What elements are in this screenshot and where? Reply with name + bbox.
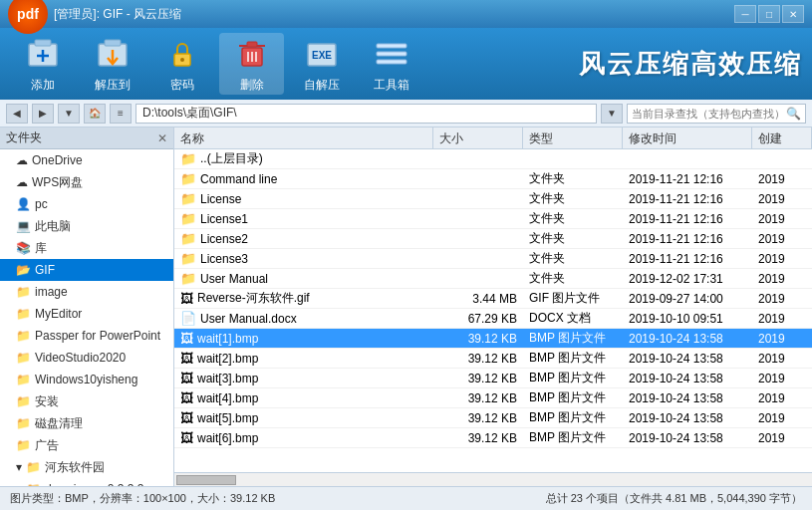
extract-button[interactable]: 解压到 bbox=[80, 33, 144, 95]
file-created-cell: 2019 bbox=[752, 391, 812, 405]
file-name-text: User Manual.docx bbox=[200, 312, 297, 326]
delete-button[interactable]: 删除 bbox=[219, 33, 284, 95]
sidebar-item-wps[interactable]: ☁ WPS网盘 bbox=[0, 171, 173, 193]
table-row[interactable]: 📁 License1 文件夹 2019-11-21 12:16 2019 bbox=[174, 209, 812, 229]
path-bar[interactable]: D:\tools\桌面\GIF\ bbox=[135, 104, 597, 124]
app-title-area: 风云压缩高效压缩 bbox=[579, 47, 802, 82]
sidebar-item-onedrive[interactable]: ☁ OneDrive bbox=[0, 149, 173, 171]
search-input[interactable] bbox=[632, 108, 786, 120]
sidebar-item-install[interactable]: 📁 安装 bbox=[0, 390, 173, 412]
table-row[interactable]: 🖼 wait[3].bmp 39.12 KB BMP 图片文件 2019-10-… bbox=[174, 369, 812, 388]
sidebar-item-win10[interactable]: 📁 Windows10yisheng bbox=[0, 369, 173, 390]
table-row[interactable]: 🖼 wait[2].bmp 39.12 KB BMP 图片文件 2019-10-… bbox=[174, 349, 812, 369]
table-row[interactable]: 📁 User Manual 文件夹 2019-12-02 17:31 2019 bbox=[174, 269, 812, 289]
sidebar-item-hedong[interactable]: ▾ 📁 河东软件园 bbox=[0, 456, 173, 478]
sidebar-item-library[interactable]: 📚 库 bbox=[0, 237, 173, 259]
left-panel-close-button[interactable]: ✕ bbox=[157, 131, 167, 145]
sidebar-item-passper[interactable]: 📁 Passper for PowerPoint bbox=[0, 325, 173, 347]
status-left: 图片类型：BMP，分辨率：100×100，大小：39.12 KB bbox=[10, 491, 275, 506]
table-row[interactable]: 📁 License2 文件夹 2019-11-21 12:16 2019 bbox=[174, 229, 812, 249]
file-name-cell: 📁 ..(上层目录) bbox=[174, 150, 433, 167]
dropdown-button[interactable]: ▼ bbox=[58, 104, 80, 124]
file-created-cell: 2019 bbox=[752, 372, 812, 385]
title-bar-text: [管理员]: GIF - 风云压缩 bbox=[54, 6, 181, 23]
table-row[interactable]: 📁 License 文件夹 2019-11-21 12:16 2019 bbox=[174, 189, 812, 209]
table-row[interactable]: 🖼 Reverse-河东软件.gif 3.44 MB GIF 图片文件 2019… bbox=[174, 289, 812, 309]
file-name-cell: 📁 License2 bbox=[174, 231, 433, 246]
sidebar-item-image[interactable]: 📁 image bbox=[0, 281, 173, 303]
selfextract-button[interactable]: EXE 自解压 bbox=[289, 33, 354, 95]
col-header-size[interactable]: 大小 bbox=[433, 128, 523, 149]
sidebar-item-danwizze[interactable]: 📁 danwizze_v0.3.3.3 bbox=[0, 478, 173, 486]
table-row[interactable]: 🖼 wait[6].bmp 39.12 KB BMP 图片文件 2019-10-… bbox=[174, 428, 812, 448]
sidebar-item-ad[interactable]: 📁 广告 bbox=[0, 434, 173, 456]
table-row[interactable]: 📄 User Manual.docx 67.29 KB DOCX 文档 2019… bbox=[174, 309, 812, 329]
col-modified-label: 修改时间 bbox=[629, 130, 677, 147]
sidebar-item-videostudio[interactable]: 📁 VideoStudio2020 bbox=[0, 347, 173, 369]
horizontal-scrollbar[interactable] bbox=[174, 472, 812, 486]
minimize-button[interactable]: ─ bbox=[734, 5, 756, 23]
bmp-icon: 🖼 bbox=[180, 430, 193, 445]
search-icon[interactable]: 🔍 bbox=[786, 107, 801, 121]
folder-icon: 📁 bbox=[180, 271, 196, 286]
table-row[interactable]: 🖼 wait[5].bmp 39.12 KB BMP 图片文件 2019-10-… bbox=[174, 408, 812, 428]
file-modified-cell: 2019-09-27 14:00 bbox=[623, 292, 752, 306]
tools-icon bbox=[373, 35, 410, 73]
file-modified-cell: 2019-11-21 12:16 bbox=[623, 212, 752, 226]
back-button[interactable]: ◀ bbox=[6, 104, 28, 124]
table-row[interactable]: 📁 ..(上层目录) bbox=[174, 149, 812, 169]
col-header-type[interactable]: 类型 bbox=[523, 128, 623, 149]
up-button[interactable]: 🏠 bbox=[84, 104, 106, 124]
file-name-cell: 📁 License bbox=[174, 191, 433, 206]
left-panel-items: ☁ OneDrive ☁ WPS网盘 👤 pc 💻 此电脑 📚 库 bbox=[0, 149, 173, 486]
add-button[interactable]: 添加 bbox=[10, 33, 75, 95]
left-panel: 文件夹 ✕ ☁ OneDrive ☁ WPS网盘 👤 pc 💻 此电脑 bbox=[0, 128, 174, 486]
svg-rect-1 bbox=[35, 40, 51, 46]
file-name-text: License3 bbox=[200, 252, 248, 266]
file-type-cell: BMP 图片文件 bbox=[523, 389, 623, 406]
add-icon bbox=[24, 35, 62, 73]
sidebar-item-gif[interactable]: 📂 GIF bbox=[0, 259, 173, 281]
close-button[interactable]: ✕ bbox=[782, 5, 804, 23]
table-row[interactable]: 📁 Command line 文件夹 2019-11-21 12:16 2019 bbox=[174, 169, 812, 189]
svg-point-8 bbox=[180, 58, 184, 62]
file-size-cell: 39.12 KB bbox=[433, 431, 523, 445]
h-scrollbar-thumb[interactable] bbox=[176, 475, 236, 485]
file-size-cell: 3.44 MB bbox=[433, 292, 523, 306]
app-title: 风云压缩高效压缩 bbox=[579, 47, 802, 82]
docx-icon: 📄 bbox=[180, 311, 196, 326]
table-row[interactable]: 📁 License3 文件夹 2019-11-21 12:16 2019 bbox=[174, 249, 812, 269]
file-type-cell: 文件夹 bbox=[523, 270, 623, 287]
bmp-icon: 🖼 bbox=[180, 351, 193, 366]
file-created-cell: 2019 bbox=[752, 312, 812, 326]
sidebar-item-label: MyEditor bbox=[35, 307, 82, 321]
svg-rect-11 bbox=[247, 42, 257, 47]
col-header-name[interactable]: 名称 bbox=[174, 128, 433, 149]
sidebar-item-thispc[interactable]: 💻 此电脑 bbox=[0, 215, 173, 237]
path-dropdown[interactable]: ▼ bbox=[601, 104, 623, 124]
forward-button[interactable]: ▶ bbox=[32, 104, 54, 124]
folder-open-icon: 📂 bbox=[16, 263, 31, 277]
file-type-cell: DOCX 文档 bbox=[523, 310, 623, 327]
password-button[interactable]: 密码 bbox=[149, 33, 214, 95]
col-header-modified[interactable]: 修改时间 bbox=[623, 128, 752, 149]
maximize-button[interactable]: □ bbox=[758, 5, 780, 23]
file-type-cell: 文件夹 bbox=[523, 170, 623, 187]
file-created-cell: 2019 bbox=[752, 212, 812, 226]
file-name-cell: 🖼 wait[2].bmp bbox=[174, 351, 433, 366]
file-created-cell: 2019 bbox=[752, 192, 812, 206]
file-type-cell: GIF 图片文件 bbox=[523, 290, 623, 307]
table-row[interactable]: 🖼 wait[4].bmp 39.12 KB BMP 图片文件 2019-10-… bbox=[174, 388, 812, 408]
view-list-button[interactable]: ≡ bbox=[110, 104, 132, 124]
sidebar-item-diskclean[interactable]: 📁 磁盘清理 bbox=[0, 412, 173, 434]
chevron-down-icon: ▾ bbox=[16, 460, 22, 474]
col-header-created[interactable]: 创建 bbox=[752, 128, 812, 149]
folder-icon: 📁 bbox=[16, 285, 31, 299]
tools-button[interactable]: 工具箱 bbox=[359, 33, 423, 95]
table-row[interactable]: 🖼 wait[1].bmp 39.12 KB BMP 图片文件 2019-10-… bbox=[174, 329, 812, 349]
sidebar-item-pc[interactable]: 👤 pc bbox=[0, 193, 173, 215]
file-name-text: wait[6].bmp bbox=[197, 431, 258, 445]
file-modified-cell: 2019-10-24 13:58 bbox=[623, 332, 752, 346]
sidebar-item-myeditor[interactable]: 📁 MyEditor bbox=[0, 303, 173, 325]
sidebar-item-label: 广告 bbox=[35, 437, 59, 454]
